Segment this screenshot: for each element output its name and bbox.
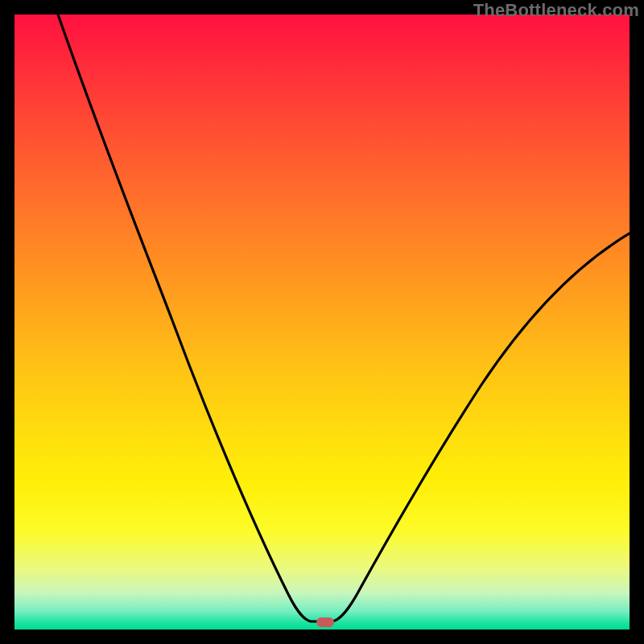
bottleneck-curve (14, 14, 630, 630)
chart-frame: TheBottleneck.com (0, 0, 644, 644)
plot-area (14, 14, 630, 630)
optimal-marker (316, 617, 334, 627)
watermark-text: TheBottleneck.com (473, 0, 639, 21)
